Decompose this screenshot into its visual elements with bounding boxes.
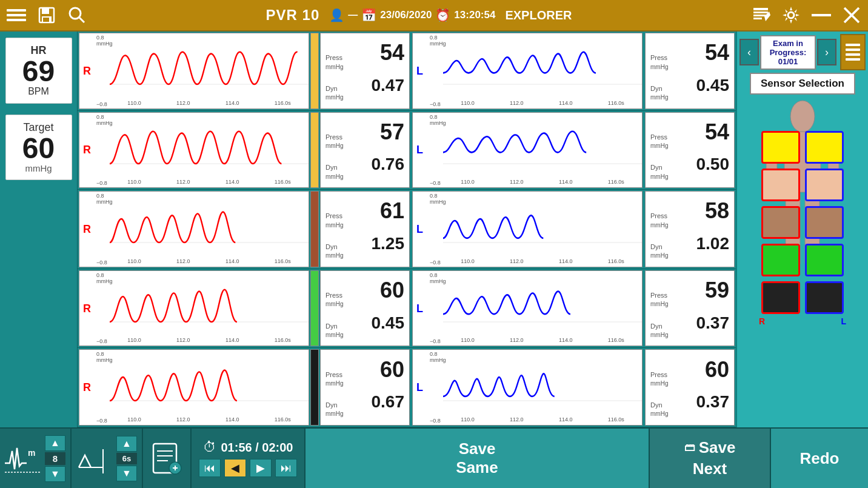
save-same-line2: Same bbox=[456, 458, 498, 477]
menu-button[interactable] bbox=[5, 4, 28, 27]
svg-rect-6 bbox=[43, 18, 49, 22]
chart-row: 0.8mmHg R −0.8 110.0 112.0 114.0 116.0s … bbox=[78, 190, 736, 269]
sensor-diagram: R L bbox=[742, 98, 863, 427]
readings-right-2: PressmmHg 58 DynmmHg 1.02 bbox=[645, 191, 735, 267]
chart-r-label: R bbox=[83, 222, 91, 235]
cursor-icon bbox=[76, 440, 113, 476]
playback-next-button[interactable]: ▶ bbox=[250, 459, 272, 477]
top-bar: PVR 10 👤 — 📅 23/06/2020 ⏰ 13:20:54 EXPLO… bbox=[0, 0, 868, 32]
left-panel: HR 69 BPM Target 60 mmHg bbox=[0, 32, 78, 427]
svg-rect-9 bbox=[753, 8, 768, 10]
target-display: Target 60 mmHg bbox=[5, 115, 72, 180]
sensor-r5[interactable] bbox=[761, 281, 800, 314]
chart-cell-r-4: 0.8mmHg R −0.8 110.0 112.0 114.0 116.0s bbox=[79, 349, 309, 426]
readings-left-2: PressmmHg 61 DynmmHg 1.25 bbox=[320, 191, 410, 267]
chart-cell-l-2: 0.8mmHg L −0.8 110.0 112.0 114.0 116.0s bbox=[412, 191, 643, 267]
color-bar-4 bbox=[310, 349, 319, 426]
edit-button[interactable] bbox=[749, 4, 772, 27]
chart-cell-r-1: 0.8mmHg R −0.8 110.0 112.0 114.0 116.0s bbox=[79, 112, 309, 189]
chart-area: 0.8mmHg R −0.8 110.0 112.0 114.0 116.0s … bbox=[78, 32, 736, 427]
save-next-line1: Save bbox=[699, 438, 736, 457]
svg-rect-10 bbox=[753, 12, 768, 13]
chart-r-label: R bbox=[83, 144, 91, 156]
exam-next-button[interactable]: › bbox=[817, 39, 836, 65]
date-display: 23/06/2020 bbox=[380, 9, 432, 21]
playback-rewind-button[interactable]: ⏮ bbox=[199, 459, 221, 477]
exam-in-progress-label: Exam in Progress: bbox=[764, 39, 812, 57]
report-icon bbox=[149, 440, 185, 476]
waveform-down-button[interactable]: ▼ bbox=[45, 466, 65, 482]
redo-button[interactable]: Redo bbox=[771, 429, 868, 488]
svg-text:m: m bbox=[28, 448, 35, 458]
svg-point-28 bbox=[790, 101, 815, 132]
chart-row: 0.8mmHg R −0.8 110.0 112.0 114.0 116.0s … bbox=[78, 348, 736, 427]
readings-left-3: PressmmHg 60 DynmmHg 0.45 bbox=[320, 270, 410, 347]
svg-rect-4 bbox=[42, 8, 49, 14]
chart-cell-l-3: 0.8mmHg L −0.8 110.0 112.0 114.0 116.0s bbox=[412, 270, 643, 347]
chart-r-label: R bbox=[83, 381, 91, 394]
chart-r-label: R bbox=[83, 64, 91, 77]
readings-right-4: PressmmHg 60 DynmmHg 0.37 bbox=[645, 349, 735, 426]
save-same-button[interactable]: Save Same bbox=[305, 429, 650, 488]
save-next-button[interactable]: 🗃 Save Next bbox=[650, 429, 771, 488]
cursor-up-button[interactable]: ▲ bbox=[116, 436, 137, 452]
minimize-button[interactable] bbox=[810, 4, 833, 27]
playback-prev-button[interactable]: ◀ bbox=[224, 459, 246, 477]
timer-icon: ⏱ bbox=[203, 440, 216, 455]
chart-row: 0.8mmHg R −0.8 110.0 112.0 114.0 116.0s … bbox=[78, 111, 736, 190]
readings-left-1: PressmmHg 57 DynmmHg 0.76 bbox=[320, 112, 410, 189]
color-bar-1 bbox=[310, 112, 319, 189]
svg-rect-1 bbox=[7, 14, 26, 16]
chart-cell-r-2: 0.8mmHg R −0.8 110.0 112.0 114.0 116.0s bbox=[79, 191, 309, 267]
list-view-button[interactable] bbox=[840, 34, 866, 70]
chart-cell-r-3: 0.8mmHg R −0.8 110.0 112.0 114.0 116.0s bbox=[79, 270, 309, 347]
chart-cell-l-4: 0.8mmHg L −0.8 110.0 112.0 114.0 116.0s bbox=[412, 349, 643, 426]
color-bar-0 bbox=[310, 33, 319, 109]
playback-end-button[interactable]: ⏭ bbox=[275, 459, 297, 477]
waveform-nav-section: m ▲ 8 ▼ bbox=[0, 429, 72, 488]
svg-rect-0 bbox=[7, 9, 26, 12]
waveform-step-value: 8 bbox=[45, 452, 65, 465]
exam-info: Exam in Progress: 01/01 bbox=[760, 35, 816, 70]
chart-row: 0.8mmHg R −0.8 110.0 112.0 114.0 116.0s … bbox=[78, 32, 736, 111]
hr-display: HR 69 BPM bbox=[5, 38, 72, 104]
sensor-l2[interactable] bbox=[805, 169, 844, 201]
sensor-r1[interactable] bbox=[761, 131, 800, 164]
redo-label: Redo bbox=[800, 449, 840, 468]
readings-left-4: PressmmHg 60 DynmmHg 0.67 bbox=[320, 349, 410, 426]
sensor-r2[interactable] bbox=[761, 169, 800, 201]
hr-value: 69 bbox=[11, 57, 67, 86]
waveform-up-button[interactable]: ▲ bbox=[45, 435, 65, 451]
settings-button[interactable] bbox=[780, 4, 803, 27]
sensor-l3[interactable] bbox=[805, 206, 844, 239]
main-content: HR 69 BPM Target 60 mmHg 0.8mmHg R −0.8 … bbox=[0, 32, 868, 427]
search-button[interactable] bbox=[65, 4, 88, 27]
sensor-l1[interactable] bbox=[805, 131, 844, 164]
waveform-icon: m bbox=[5, 439, 41, 475]
app-title: PVR 10 bbox=[266, 7, 320, 24]
readings-right-0: PressmmHg 54 DynmmHg 0.45 bbox=[645, 33, 735, 109]
svg-point-7 bbox=[70, 8, 81, 19]
cursor-nav-section: ▲ 6s ▼ bbox=[72, 429, 143, 488]
readings-right-1: PressmmHg 54 DynmmHg 0.50 bbox=[645, 112, 735, 189]
sensor-l5[interactable] bbox=[805, 281, 844, 314]
save-button[interactable] bbox=[35, 4, 58, 27]
save-next-line2: Next bbox=[693, 460, 727, 478]
sensor-l4[interactable] bbox=[805, 244, 844, 276]
sensor-r4[interactable] bbox=[761, 244, 800, 276]
timer-value: 01:56 / 02:00 bbox=[221, 441, 293, 455]
exam-prev-button[interactable]: ‹ bbox=[739, 39, 759, 65]
sensor-selection-label: Sensor Selection bbox=[750, 73, 855, 95]
svg-rect-2 bbox=[7, 19, 26, 21]
time-display: 13:20:54 bbox=[454, 9, 495, 21]
chart-r-label: R bbox=[83, 302, 91, 315]
close-button[interactable] bbox=[840, 4, 863, 27]
exam-number: 01/01 bbox=[764, 57, 812, 66]
readings-left-0: PressmmHg 54 DynmmHg 0.47 bbox=[320, 33, 410, 109]
svg-line-8 bbox=[79, 18, 84, 22]
sensor-r3[interactable] bbox=[761, 206, 800, 239]
right-panel: ‹ Exam in Progress: 01/01 › Sensor Selec… bbox=[736, 32, 868, 427]
color-bar-2 bbox=[310, 191, 319, 267]
cursor-down-button[interactable]: ▼ bbox=[116, 466, 137, 481]
readings-right-3: PressmmHg 59 DynmmHg 0.37 bbox=[645, 270, 735, 347]
